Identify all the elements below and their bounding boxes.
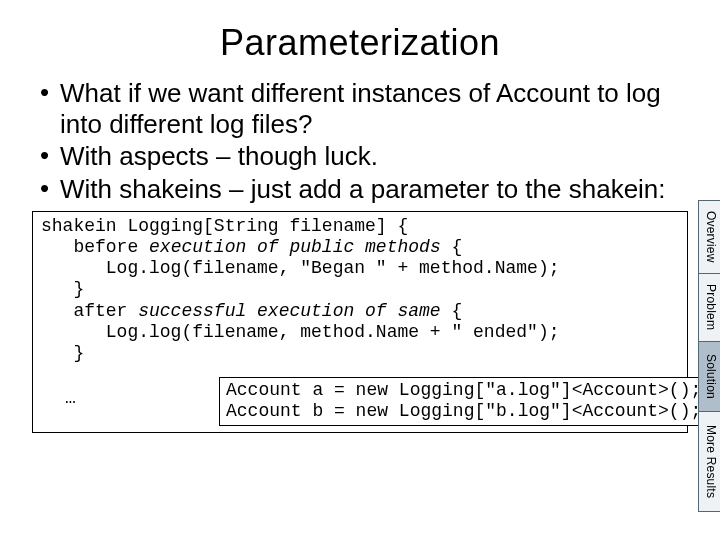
slide-title: Parameterization xyxy=(32,22,688,64)
code-ellipsis: … xyxy=(65,388,76,409)
code-line: Log.log(filename, "Began " + method.Name… xyxy=(41,258,559,278)
code-box-usage: Account a = new Logging["a.log"]<Account… xyxy=(219,377,708,425)
code-line: shakein Logging[String filename] { xyxy=(41,216,408,236)
code-italic: successful execution of same xyxy=(138,301,440,321)
code-box-shakein: shakein Logging[String filename] { befor… xyxy=(32,211,688,433)
bullet-item: With aspects – though luck. xyxy=(38,141,682,172)
sidebar-tabs: Overview Problem Solution More Results xyxy=(698,200,720,512)
code-line: Account b = new Logging["b.log"]<Account… xyxy=(226,401,701,421)
slide: Parameterization What if we want differe… xyxy=(0,0,720,540)
code-line: Log.log(filename, method.Name + " ended"… xyxy=(41,322,559,342)
tab-more-results[interactable]: More Results xyxy=(698,412,720,512)
bullet-item: What if we want different instances of A… xyxy=(38,78,682,139)
code-italic: execution of public methods xyxy=(149,237,441,257)
code-line: Account a = new Logging["a.log"]<Account… xyxy=(226,380,701,400)
code-line: { xyxy=(441,301,463,321)
tab-overview[interactable]: Overview xyxy=(698,200,720,274)
code-line: } xyxy=(41,279,84,299)
bullet-item: With shakeins – just add a parameter to … xyxy=(38,174,682,205)
code-line: } xyxy=(41,343,84,363)
tab-solution[interactable]: Solution xyxy=(698,342,720,412)
code-line: after xyxy=(41,301,138,321)
tab-problem[interactable]: Problem xyxy=(698,274,720,342)
bullet-list: What if we want different instances of A… xyxy=(38,78,682,205)
code-line: before xyxy=(41,237,149,257)
code-line: { xyxy=(441,237,463,257)
